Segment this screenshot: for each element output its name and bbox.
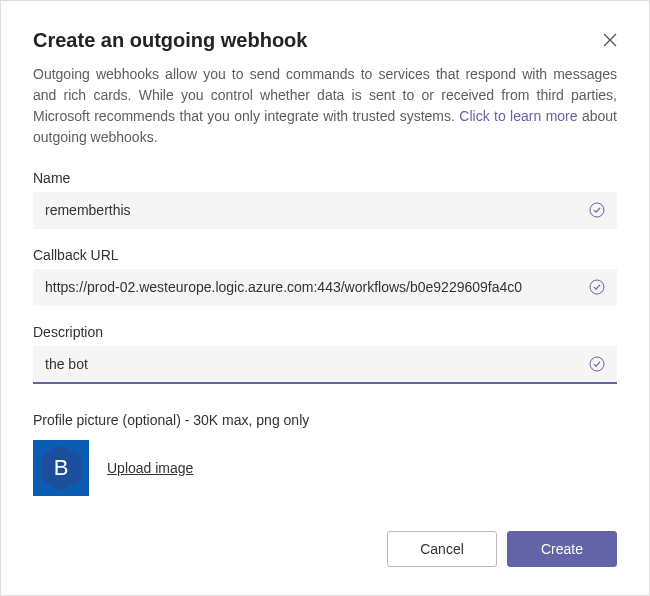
description-input[interactable]: [33, 346, 617, 382]
name-input[interactable]: [33, 192, 617, 228]
check-circle-icon: [589, 356, 605, 372]
avatar: B: [33, 440, 89, 496]
close-button[interactable]: [599, 29, 621, 51]
create-button[interactable]: Create: [507, 531, 617, 567]
name-input-wrap: [33, 192, 617, 229]
profile-label: Profile picture (optional) - 30K max, pn…: [33, 412, 617, 428]
callback-label: Callback URL: [33, 247, 617, 263]
name-label: Name: [33, 170, 617, 186]
learn-more-link[interactable]: Click to learn more: [459, 108, 577, 124]
profile-row: B Upload image: [33, 440, 617, 496]
check-circle-icon: [589, 202, 605, 218]
callback-field: Callback URL: [33, 247, 617, 306]
svg-point-4: [590, 357, 604, 371]
name-field: Name: [33, 170, 617, 229]
cancel-button[interactable]: Cancel: [387, 531, 497, 567]
upload-image-button[interactable]: Upload image: [107, 460, 193, 476]
description-label: Description: [33, 324, 617, 340]
description-field: Description: [33, 324, 617, 384]
description-input-wrap: [33, 346, 617, 384]
check-circle-icon: [589, 279, 605, 295]
dialog-footer: Cancel Create: [387, 531, 617, 567]
callback-input[interactable]: [33, 269, 617, 305]
dialog-title: Create an outgoing webhook: [33, 29, 617, 52]
profile-section: Profile picture (optional) - 30K max, pn…: [33, 412, 617, 496]
create-webhook-dialog: Create an outgoing webhook Outgoing webh…: [0, 0, 650, 596]
callback-input-wrap: [33, 269, 617, 306]
svg-point-2: [590, 203, 604, 217]
dialog-intro: Outgoing webhooks allow you to send comm…: [33, 64, 617, 148]
close-icon: [603, 33, 617, 47]
svg-point-3: [590, 280, 604, 294]
avatar-letter: B: [54, 455, 69, 481]
